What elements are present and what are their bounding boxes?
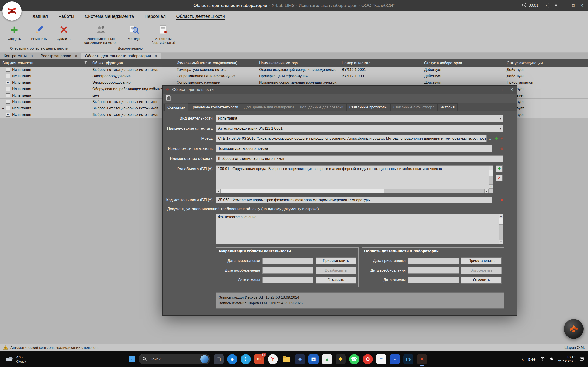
clear-activity-code-button[interactable]: ✕	[500, 198, 503, 202]
scrollbar-thumb[interactable]	[489, 170, 493, 176]
tray-clock[interactable]: 18:18 21.12.2025	[558, 355, 575, 364]
close-button[interactable]: ✕	[580, 3, 583, 8]
tab-close-icon[interactable]: ✕	[155, 54, 157, 58]
scroll-down-icon[interactable]: ▼	[499, 240, 503, 244]
column-header-vid-deyatelnosti[interactable]: Вид деятельности	[0, 59, 90, 67]
certificate-select[interactable]: Аттестат аккредитации BY/112 1.0001 ▾	[216, 125, 503, 132]
column-header-attestat[interactable]: Номер аттестата	[339, 59, 422, 67]
scrollbar-thumb[interactable]	[221, 189, 384, 193]
stop-icon[interactable]: ■	[555, 3, 557, 8]
telegram-icon[interactable]: ✈	[241, 354, 251, 364]
dialog-tab-istoriya[interactable]: История	[437, 103, 458, 111]
maximize-button[interactable]: □	[572, 3, 574, 8]
object-code-textarea[interactable]: 100.01 - Окружающая среда. Выбросы и заг…	[216, 165, 493, 193]
edge-icon[interactable]: e	[227, 354, 237, 364]
object-name-field[interactable]: Выбросы от стационарных источников	[216, 155, 503, 162]
activity-select[interactable]: Испытания ▾	[216, 115, 503, 122]
spreadsheet-icon[interactable]: ▦	[309, 354, 319, 364]
accr-suspend-date-input[interactable]	[262, 258, 313, 264]
minimize-button[interactable]: —	[563, 3, 567, 8]
dialog-close-button[interactable]: ✕	[510, 87, 513, 92]
paint-icon[interactable]: ✱	[336, 354, 346, 364]
browse-method-button[interactable]: …	[489, 136, 493, 141]
volume-icon[interactable]	[549, 357, 554, 362]
indicator-field[interactable]: Температура газового потока	[216, 145, 492, 152]
activity-code-field[interactable]: 35.065 - Измерение параметров физических…	[216, 197, 492, 203]
monitor-icon[interactable]: ▢	[214, 354, 224, 364]
photoshop-icon[interactable]: Ps	[403, 354, 414, 364]
row-expander-icon[interactable]: +	[6, 100, 10, 104]
lab-suspend-button[interactable]: Приостановить	[461, 257, 502, 264]
column-header-status-lab[interactable]: Статус в лаборатории	[422, 59, 504, 67]
wifi-icon[interactable]	[540, 357, 545, 362]
weather-widget[interactable]: 3°C Cloudy	[0, 355, 31, 363]
whatsapp-icon[interactable]: ☎	[349, 354, 359, 364]
scrollbar-thumb[interactable]	[499, 218, 503, 225]
table-row[interactable]: + Испытания Выбросы от стационарных исто…	[0, 67, 588, 73]
notepad-icon[interactable]: ≡	[376, 354, 386, 364]
dialog-tab-osnovnye[interactable]: Основные	[164, 104, 188, 111]
methods-button[interactable]: Методы	[122, 23, 145, 41]
tab-close-icon[interactable]: ✕	[30, 54, 33, 58]
document-requirement-textarea[interactable]: Фактическое значение ▲ ▼	[216, 214, 503, 244]
accr-cancel-button[interactable]: Отменить	[316, 277, 356, 284]
start-button[interactable]	[129, 356, 135, 362]
clear-method-button[interactable]: ✕	[500, 137, 503, 141]
scroll-left-icon[interactable]: ◀	[216, 189, 220, 193]
floating-company-logo[interactable]	[564, 319, 584, 339]
dialog-tab-kompetentnosti[interactable]: Требуемые компетентности	[188, 103, 241, 111]
table-row[interactable]: + Испытания Электрооборудование Сопротив…	[0, 79, 588, 86]
scroll-up-icon[interactable]: ▲	[489, 166, 493, 170]
search-box[interactable]: Поиск	[138, 354, 210, 365]
play-icon[interactable]: ▶	[544, 3, 549, 8]
row-expander-icon[interactable]: +	[6, 81, 10, 84]
blue-tile-icon[interactable]: ▪	[390, 354, 400, 364]
column-header-status-accr[interactable]: Статус аккредитации	[504, 59, 588, 67]
row-expander-icon[interactable]: +	[6, 87, 10, 91]
menu-oblast-deyatelnosti[interactable]: Область деятельности	[172, 12, 229, 20]
create-button[interactable]: + Создать	[3, 23, 26, 41]
language-indicator[interactable]: ENG	[528, 357, 536, 361]
tray-chevron-icon[interactable]: ∧	[521, 357, 524, 361]
dialog-maximize-button[interactable]: □	[500, 87, 502, 92]
browse-activity-code-button[interactable]: …	[494, 198, 498, 202]
row-expander-icon[interactable]: +	[6, 68, 10, 72]
opera-icon[interactable]: O	[363, 354, 373, 364]
dropdown-arrow-icon[interactable]: ▾	[500, 117, 502, 120]
vertical-scrollbar[interactable]: ▲ ▼	[499, 214, 503, 244]
table-row[interactable]: + Испытания Электрооборудование Сопротив…	[0, 73, 588, 79]
menu-glavnaya[interactable]: Главная	[26, 12, 52, 20]
search-promo-image[interactable]	[200, 355, 208, 363]
dropdown-arrow-icon[interactable]: ▾	[500, 127, 502, 130]
add-object-code-button[interactable]: +	[496, 165, 502, 172]
row-expander-icon[interactable]: +	[6, 106, 10, 110]
lab-resume-date-input[interactable]	[408, 267, 459, 274]
tab-oblast-deyatelnosti-laboratorii[interactable]: Область деятельности лаборатории ✕	[81, 52, 161, 59]
photos-icon[interactable]: ◈	[295, 354, 305, 364]
image-viewer-icon[interactable]: ▲	[322, 354, 332, 364]
row-expander-icon[interactable]: +	[6, 93, 10, 97]
dialog-titlebar[interactable]: Область деятельности □ ✕	[163, 85, 517, 94]
filter-funnel-icon[interactable]	[84, 61, 87, 65]
browse-indicator-button[interactable]: …	[494, 147, 498, 151]
delete-button[interactable]: ✕ Удалить	[52, 23, 75, 41]
lab-cancel-button[interactable]: Отменить	[461, 277, 502, 284]
horizontal-scrollbar[interactable]: ◀ ▶	[216, 189, 489, 193]
method-field[interactable]: СТБ 17.08.05-03-2016 "Охрана окружающей …	[216, 135, 487, 142]
scroll-up-icon[interactable]: ▲	[499, 214, 503, 218]
xlab-app-icon[interactable]: ✕	[417, 354, 427, 364]
remove-object-code-button[interactable]: ✕	[496, 175, 502, 181]
vertical-scrollbar[interactable]: ▲ ▼	[489, 166, 493, 189]
add-method-button[interactable]: +	[495, 136, 498, 141]
scroll-right-icon[interactable]: ▶	[484, 189, 489, 193]
folder-icon[interactable]	[281, 354, 292, 364]
save-icon[interactable]	[165, 95, 172, 102]
menu-raboty[interactable]: Работы	[54, 12, 79, 20]
mail-icon[interactable]: ✉67	[254, 354, 264, 364]
lab-cancel-date-input[interactable]	[408, 277, 459, 283]
yandex-browser-icon[interactable]: Y	[268, 354, 278, 364]
tab-kontragenty[interactable]: Контрагенты ✕	[0, 52, 37, 59]
notification-center-icon[interactable]	[579, 357, 584, 362]
row-expander-icon[interactable]: +	[6, 113, 10, 117]
clear-indicator-button[interactable]: ✕	[500, 147, 503, 151]
